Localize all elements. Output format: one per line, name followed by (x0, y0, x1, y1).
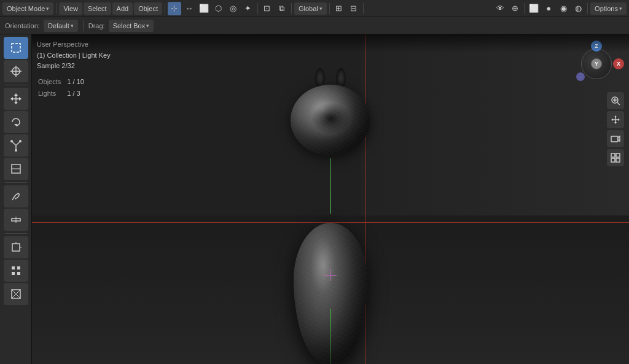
snap-icon-btn[interactable]: ⬜ (197, 2, 211, 15)
svg-marker-6 (14, 93, 18, 96)
connector-line (330, 158, 331, 214)
options-btn[interactable]: Options ▾ (590, 2, 627, 15)
svg-rect-27 (17, 272, 20, 275)
svg-rect-44 (616, 158, 620, 162)
svg-rect-25 (17, 266, 20, 269)
add-primitive-btn[interactable] (4, 236, 28, 258)
origin-crosshair (324, 269, 337, 281)
measure-tool-btn[interactable] (4, 209, 28, 231)
second-toolbar: Orientation: Default ▾ Drag: Select Box … (0, 17, 629, 34)
left-sidebar (0, 34, 32, 364)
tool-separator3 (5, 233, 27, 234)
tool-separator (5, 85, 27, 85)
knife-btn[interactable] (4, 283, 28, 305)
cursor-mode-btn[interactable]: ⊹ (168, 2, 181, 15)
grid-view-btn[interactable] (607, 149, 624, 166)
rotate-tool-btn[interactable] (4, 111, 28, 133)
object-menu[interactable]: Object (134, 2, 162, 15)
svg-line-32 (617, 103, 620, 105)
svg-rect-24 (12, 266, 15, 269)
pin-btn[interactable]: ⊟ (347, 2, 361, 15)
svg-marker-8 (10, 97, 13, 101)
axis-line-y (330, 309, 331, 364)
top-toolbar: Object Mode ▾ View Select Add Object ⊹ ↔… (0, 0, 629, 17)
navigation-gizmo[interactable]: Z X Y · (569, 39, 624, 88)
separator4 (291, 3, 292, 14)
svg-marker-9 (19, 97, 21, 101)
snapping-btn[interactable]: ⊞ (332, 2, 346, 15)
svg-marker-40 (618, 136, 620, 141)
main-area: User Perspective (1) Collection | Light … (0, 34, 629, 364)
add-menu[interactable]: Add (112, 2, 133, 15)
transform-tool-btn[interactable] (4, 158, 28, 180)
svg-marker-36 (614, 122, 617, 124)
head-dark-patch (311, 103, 351, 134)
pan-btn[interactable] (607, 111, 624, 128)
proportional-btn[interactable]: ◎ (227, 2, 240, 15)
svg-point-16 (15, 149, 17, 152)
mirror-btn[interactable]: ⧉ (275, 2, 289, 15)
shading-material-btn[interactable]: ◉ (557, 2, 570, 15)
right-gizmo-area: Z X Y · (569, 39, 624, 166)
svg-marker-7 (14, 102, 18, 104)
separator (56, 3, 57, 14)
global-selector[interactable]: Global ▾ (294, 2, 327, 15)
svg-rect-26 (12, 272, 15, 275)
svg-rect-21 (12, 244, 20, 251)
gizmo-z-axis[interactable]: Z (591, 41, 602, 52)
snap2-btn[interactable]: ⊡ (260, 2, 274, 15)
separator2 (165, 3, 165, 14)
transform2-btn[interactable]: ⬡ (212, 2, 225, 15)
gizmo-x-axis[interactable]: X (613, 58, 624, 69)
tool-separator2 (5, 182, 27, 183)
shading-wire-btn[interactable]: ⬜ (527, 2, 541, 15)
viewport-overlay-btn[interactable]: 👁 (493, 2, 507, 15)
drag-label: Drag: (88, 22, 105, 29)
right-viewport-tools (607, 92, 624, 166)
orientation-selector[interactable]: Default ▾ (44, 20, 78, 32)
gizmo-btn[interactable]: ⊕ (508, 2, 522, 15)
gizmo-dot[interactable]: · (576, 72, 585, 81)
cursor-tool-btn[interactable] (4, 60, 28, 82)
svg-rect-41 (611, 153, 615, 157)
svg-point-14 (10, 140, 13, 142)
svg-rect-42 (616, 153, 620, 157)
extra-btn[interactable]: ✦ (241, 2, 255, 15)
orientation-label: Orientation: (5, 22, 40, 29)
svg-marker-35 (614, 115, 617, 117)
head-object (291, 68, 370, 155)
separator8 (587, 3, 588, 14)
separator7 (524, 3, 525, 14)
select-box-tool-btn[interactable] (4, 37, 28, 59)
separator6 (363, 3, 364, 14)
view-menu[interactable]: View (59, 2, 82, 15)
move-tool-btn[interactable] (4, 88, 28, 110)
grid-fill-btn[interactable] (4, 260, 28, 282)
head-sphere (291, 85, 370, 155)
shading-render-btn[interactable]: ◍ (571, 2, 585, 15)
svg-rect-43 (611, 158, 615, 162)
body-shape (294, 223, 367, 364)
viewport[interactable]: User Perspective (1) Collection | Light … (32, 34, 629, 364)
mode-selector[interactable]: Object Mode ▾ (2, 2, 53, 15)
svg-marker-38 (618, 118, 620, 121)
gizmo-y-axis[interactable]: Y (591, 58, 602, 69)
object-container (32, 34, 629, 364)
sep9 (83, 20, 84, 31)
shading-solid-btn[interactable]: ● (542, 2, 555, 15)
svg-rect-39 (611, 136, 618, 142)
svg-point-15 (19, 140, 21, 142)
separator5 (329, 3, 330, 14)
select-menu[interactable]: Select (84, 2, 111, 15)
body-object (294, 223, 367, 364)
svg-marker-37 (611, 118, 613, 121)
zoom-in-btn[interactable] (607, 92, 624, 109)
separator3 (257, 3, 258, 14)
move-icon-btn[interactable]: ↔ (182, 2, 196, 15)
annotate-tool-btn[interactable] (4, 185, 28, 207)
svg-rect-0 (12, 44, 20, 52)
camera-btn[interactable] (607, 130, 624, 147)
scale-tool-btn[interactable] (4, 134, 28, 157)
drag-selector[interactable]: Select Box ▾ (109, 20, 154, 32)
